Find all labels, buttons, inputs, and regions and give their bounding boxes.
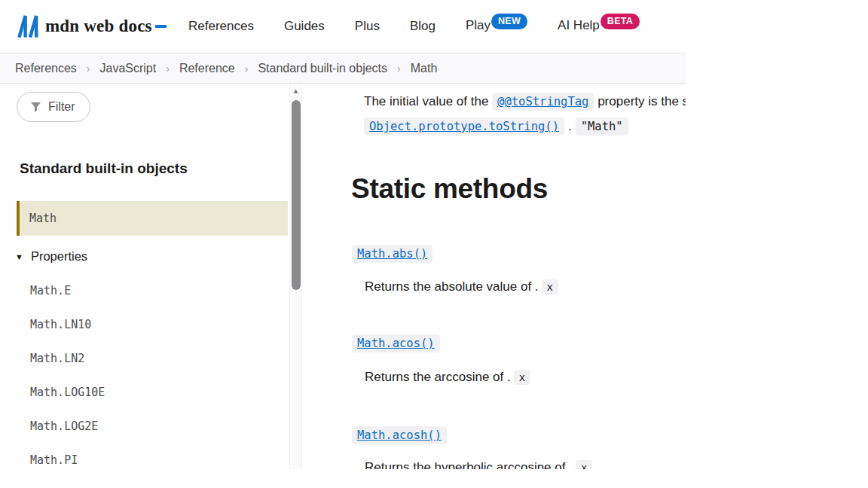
mdn-logo[interactable]: mdn web docs [17,0,167,53]
beta-badge: BETA [601,14,640,29]
intro-text-after: property is the string [594,94,686,108]
scroll-up-arrow-icon[interactable]: ▲ [291,87,301,95]
intro-paragraph-line-1: The initial value of the @@toStringTag p… [364,94,686,109]
nav-play[interactable]: PlayNEW [466,18,527,35]
method-description: Returns the hyperbolic arccosine of .x [365,460,592,469]
sidebar-section-title: Standard built-in objects [20,160,188,177]
sidebar-group-properties[interactable]: ▼ Properties [15,249,87,264]
arg-x-code: x [514,370,530,385]
nav-blog[interactable]: Blog [410,19,436,34]
primary-nav: References Guides Plus Blog PlayNEW AI H… [188,0,640,53]
nav-ai-help-label: AI Help [558,18,600,32]
intro-dot: . [568,119,572,133]
funnel-icon [30,102,41,113]
article-content: The initial value of the @@toStringTag p… [348,84,686,469]
breadcrumb-reference[interactable]: Reference [179,62,235,75]
object-prototype-tostring-code-link[interactable]: Object.prototype.toString() [364,117,564,136]
nav-guides[interactable]: Guides [284,19,325,34]
breadcrumb-references[interactable]: References [15,62,77,75]
arg-x-code: x [576,460,592,469]
sidebar-scrollbar-thumb[interactable] [292,100,301,290]
nav-references[interactable]: References [188,19,254,34]
method-description-text: Returns the hyperbolic arccosine of . [365,460,573,469]
caret-down-icon: ▼ [15,252,23,261]
sidebar-item-math-pi[interactable]: Math.PI [30,453,78,467]
method-description-text: Returns the arccosine of . [365,370,511,384]
sidebar-item-math-log2e[interactable]: Math.LOG2E [30,419,98,433]
sidebar-item-math-label: Math [29,212,57,225]
intro-text-before: The initial value of the [364,94,492,108]
sidebar-item-math-log10e[interactable]: Math.LOG10E [30,386,105,399]
static-methods-heading: Static methods [351,173,548,205]
intro-paragraph-line-2: Object.prototype.toString()."Math" [364,119,628,134]
page: mdn web docs References Guides Plus Blog… [0,0,868,488]
mdn-m-icon [17,14,40,38]
new-badge: NEW [491,14,527,29]
top-navigation-bar: mdn web docs References Guides Plus Blog… [0,0,686,53]
method-description: Returns the arccosine of .x [365,370,530,385]
breadcrumb-standard-built-in-objects[interactable]: Standard built-in objects [258,62,387,75]
nav-play-label: Play [466,18,491,32]
chevron-right-icon: › [87,63,90,75]
method-term: Math.abs() [352,247,432,261]
sidebar-item-math-e[interactable]: Math.E [30,284,71,297]
mdn-wordmark: mdn web docs [45,17,152,36]
math-acosh-link[interactable]: Math.acosh() [352,426,447,444]
method-description: Returns the absolute value of .x [365,279,558,294]
chevron-right-icon: › [397,63,401,75]
method-term: Math.acosh() [352,429,447,442]
breadcrumb: References › JavaScript › Reference › St… [0,53,686,84]
sidebar: Filter Standard built-in objects Math ▼ … [0,84,303,469]
arg-x-code: x [542,279,558,294]
math-string-code: "Math" [576,117,628,136]
sidebar-item-math-ln2[interactable]: Math.LN2 [30,352,84,365]
logo-underscore [155,25,167,28]
method-description-text: Returns the absolute value of . [365,279,539,294]
nav-ai-help[interactable]: AI HelpBETA [558,18,640,35]
sidebar-group-properties-label: Properties [31,249,87,264]
breadcrumb-javascript[interactable]: JavaScript [100,62,157,75]
method-term: Math.acos() [352,337,440,350]
chevron-right-icon: › [166,63,170,75]
math-abs-link[interactable]: Math.abs() [352,245,432,263]
filter-button-label: Filter [48,100,75,114]
chevron-right-icon: › [245,63,249,75]
nav-plus[interactable]: Plus [355,19,380,34]
sidebar-item-math-ln10[interactable]: Math.LN10 [30,318,91,331]
tostringtag-code-link[interactable]: @@toStringTag [492,93,594,111]
sidebar-item-math-active[interactable]: Math [17,201,288,236]
math-acos-link[interactable]: Math.acos() [352,334,440,352]
filter-button[interactable]: Filter [17,92,90,122]
breadcrumb-math[interactable]: Math [411,62,438,75]
